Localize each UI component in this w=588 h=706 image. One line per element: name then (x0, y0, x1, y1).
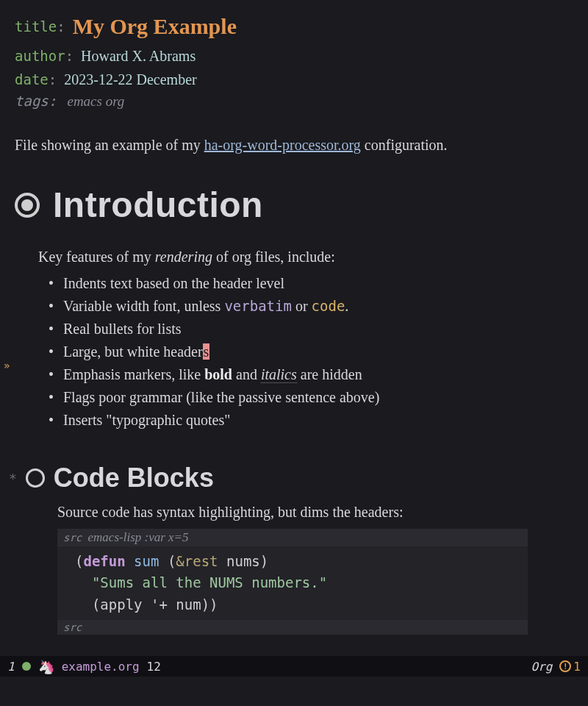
meta-tags-value: emacs org (67, 93, 124, 109)
feature-list: Indents text based on the header level V… (49, 272, 573, 432)
list-item: Inserts "typographic quotes" (49, 409, 573, 432)
mode-line[interactable]: 1 🦄example.org 12 Org ! 1 (0, 656, 588, 677)
document-title: My Org Example (73, 9, 237, 44)
meta-tags-row: tags: emacs org (15, 93, 573, 110)
meta-date-value: 2023-12-22 December (64, 68, 197, 91)
meta-tags-key: tags: (15, 93, 57, 109)
heading-1-text: Introduction (53, 185, 263, 225)
list-item: Emphasis markers, like bold and italics … (49, 363, 573, 386)
source-code-block[interactable]: (defun sum (&rest nums) "Sums all the NU… (57, 546, 528, 620)
list-item: Large, but white headers (49, 340, 573, 363)
code-section-body: Source code has syntax highlighting, but… (57, 501, 573, 635)
list-item: Variable width font, unless verbatim or … (49, 295, 573, 318)
code-text: code (312, 298, 345, 314)
code-intro-para: Source code has syntax highlighting, but… (57, 501, 573, 523)
intro-section-body: Key features of my rendering of org file… (38, 246, 573, 432)
heading-introduction: Introduction (15, 185, 573, 225)
heading-code-blocks: * Code Blocks (9, 463, 573, 493)
fringe-indicator: » (4, 360, 10, 371)
meta-author-row: author: Howard X. Abrams (15, 44, 573, 68)
meta-author-key: author (15, 48, 65, 64)
meta-author-value: Howard X. Abrams (81, 44, 196, 68)
unicorn-icon: 🦄 (38, 659, 54, 674)
list-item: Real bullets for lists (49, 318, 573, 340)
config-link[interactable]: ha-org-word-processor.org (204, 137, 361, 153)
meta-title-key: title (15, 18, 57, 35)
src-block-end: src (57, 620, 528, 635)
buffer-name[interactable]: example.org (62, 660, 140, 674)
heading-2-text: Code Blocks (54, 463, 214, 493)
src-block-begin: src emacs-lisp :var x=5 (57, 529, 528, 546)
warning-icon: ! (559, 660, 571, 672)
window-number: 1 (7, 660, 15, 674)
meta-date-key: date (15, 71, 49, 88)
major-mode[interactable]: Org (531, 660, 552, 674)
list-item: Indents text based on the header level (49, 272, 573, 295)
heading-bullet-icon (15, 193, 40, 218)
features-lead: Key features of my rendering of org file… (38, 246, 573, 268)
line-number: 12 (147, 660, 161, 674)
verbatim-text: verbatim (224, 298, 292, 314)
intro-paragraph: File showing an example of my ha-org-wor… (15, 135, 573, 155)
meta-date-row: date: 2023-12-22 December (15, 68, 573, 91)
meta-title-row: title: My Org Example (15, 9, 573, 44)
heading-bullet-icon (26, 468, 45, 488)
editor-buffer[interactable]: title: My Org Example author: Howard X. … (0, 0, 588, 658)
buffer-clean-indicator (22, 662, 31, 671)
list-item: Flags poor grammar (like the passive sen… (49, 386, 573, 409)
org-star-prefix: * (9, 471, 17, 486)
text-cursor: s (203, 343, 210, 360)
flycheck-warnings[interactable]: ! 1 (559, 660, 581, 674)
